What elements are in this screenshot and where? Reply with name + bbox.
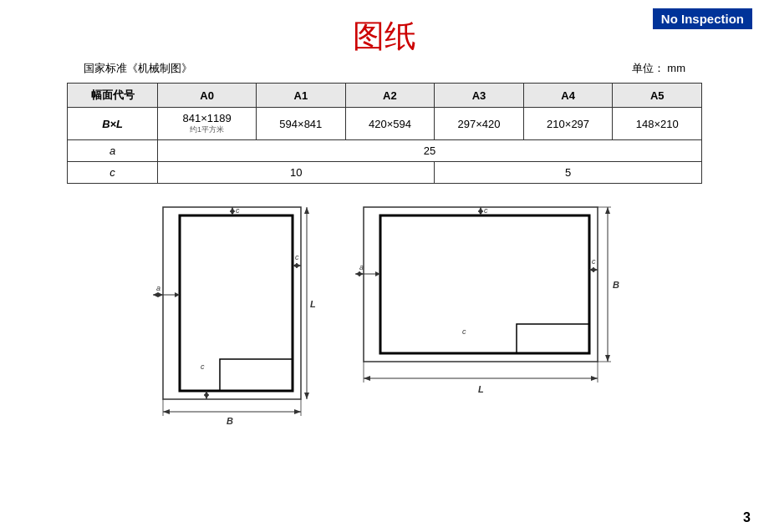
svg-text:c: c: [462, 327, 466, 336]
svg-text:B: B: [227, 416, 233, 426]
svg-text:L: L: [478, 384, 484, 394]
svg-marker-57: [591, 376, 598, 381]
svg-marker-12: [153, 292, 158, 297]
svg-text:c: c: [295, 253, 299, 261]
row-bxl-label: B×L: [68, 108, 158, 140]
col-header-a2: A2: [345, 84, 435, 108]
svg-marker-9: [296, 263, 301, 268]
svg-marker-23: [304, 393, 309, 399]
subtitle-left: 国家标准《机械制图》: [84, 61, 192, 76]
col-header-a5: A5: [613, 84, 702, 108]
svg-marker-40: [593, 267, 598, 272]
diagram-left: c c a c L: [146, 199, 322, 444]
svg-rect-32: [380, 215, 589, 353]
row-c-label: c: [68, 162, 158, 184]
svg-text:a: a: [156, 284, 160, 292]
row-bxl-a0: 841×1189 约1平方米: [158, 108, 257, 140]
svg-text:c: c: [236, 206, 240, 215]
standards-table: 幅面代号 A0 A1 A2 A3 A4 A5 B×L 841×1189 约1平方…: [67, 83, 702, 184]
col-header-label: 幅面代号: [68, 84, 158, 108]
svg-text:a: a: [359, 263, 364, 271]
subtitle-right: 单位： mm: [632, 61, 685, 76]
svg-rect-33: [517, 324, 589, 353]
svg-marker-44: [359, 271, 364, 276]
svg-rect-0: [163, 207, 301, 399]
col-header-a3: A3: [435, 84, 524, 108]
svg-text:c: c: [592, 257, 596, 266]
col-header-a4: A4: [523, 84, 613, 108]
svg-marker-26: [163, 409, 170, 414]
svg-marker-51: [605, 355, 610, 362]
svg-text:c: c: [201, 362, 205, 371]
svg-text:c: c: [484, 206, 488, 215]
row-a-value: 25: [158, 140, 702, 162]
svg-marker-13: [158, 292, 163, 297]
svg-rect-31: [364, 207, 598, 362]
row-bxl-a3: 297×420: [435, 108, 524, 140]
row-bxl-a1: 594×841: [257, 108, 346, 140]
svg-text:B: B: [613, 280, 619, 290]
svg-text:L: L: [310, 299, 316, 309]
row-bxl-a2: 420×594: [345, 108, 435, 140]
svg-marker-56: [364, 376, 370, 381]
svg-marker-27: [294, 409, 301, 414]
svg-marker-22: [304, 207, 309, 214]
col-header-a0: A0: [158, 84, 257, 108]
row-c-value2: 5: [435, 162, 702, 184]
col-header-a1: A1: [257, 84, 346, 108]
no-inspection-badge: No Inspection: [653, 8, 752, 29]
diagram-right: c c a c B: [355, 199, 623, 444]
page-number: 3: [743, 510, 751, 525]
row-bxl-a4: 210×297: [523, 108, 613, 140]
svg-rect-2: [220, 359, 293, 391]
svg-marker-50: [605, 207, 610, 214]
row-a-label: a: [68, 140, 158, 162]
svg-rect-1: [180, 215, 293, 391]
row-bxl-a5: 148×210: [613, 108, 702, 140]
row-c-value1: 10: [158, 162, 435, 184]
